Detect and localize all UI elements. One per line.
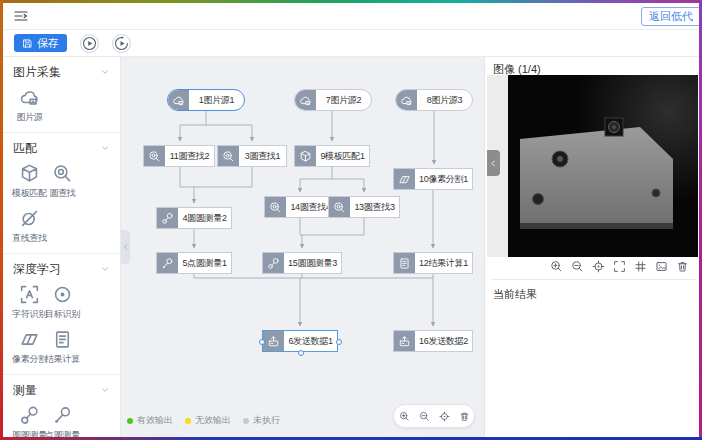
grid-icon[interactable] [634, 260, 647, 273]
flow-node-7[interactable]: 4圆圆测量2 [156, 207, 232, 229]
flow-edge [180, 167, 252, 187]
node-connection-handle[interactable] [336, 339, 342, 345]
trash-icon[interactable] [676, 260, 689, 273]
module-sidebar: 图片采集图片源匹配模板匹配圆查找直线查找深度学习字符识别目标识别像素分割结果计算… [3, 57, 121, 437]
frame-border-left [0, 0, 3, 440]
sidebar-item[interactable]: 图片源 [13, 87, 46, 124]
node-label: 13圆查找3 [350, 197, 399, 217]
zoom-out-icon[interactable] [419, 411, 430, 422]
node-icon-badge [265, 197, 286, 217]
sidebar-item-label: 点圆测量 [45, 429, 80, 437]
sidebar-section-header[interactable]: 测量 [13, 383, 110, 397]
sidebar-section-header[interactable]: 匹配 [13, 141, 110, 155]
sidebar-item[interactable]: 直线查找 [13, 208, 46, 245]
locate-icon[interactable] [592, 260, 605, 273]
target-detect-icon [52, 284, 73, 305]
sidebar-item-label: 直线查找 [12, 232, 47, 245]
node-label: 5点圆测量1 [178, 253, 231, 273]
flow-node-9[interactable]: 13圆查找3 [328, 196, 400, 218]
node-connection-handle[interactable] [259, 339, 265, 345]
sidebar-item[interactable]: 点圆测量 [46, 405, 79, 437]
sidebar-item[interactable]: 结果计算 [46, 329, 79, 366]
circle-find-icon [222, 150, 235, 163]
save-button[interactable]: 保存 [14, 34, 67, 52]
sidebar-item[interactable]: 目标识别 [46, 284, 79, 321]
app-window: 返回低代 保存 图片采集图片源匹配模板匹配圆查找直线查找深度学习字符识别目标识别… [0, 0, 702, 440]
circle-circle-measure-icon [161, 212, 174, 225]
result-calc-icon [52, 329, 73, 350]
canvas-zoom-toolbar [393, 404, 475, 428]
sidebar-item-label: 目标识别 [45, 308, 80, 321]
run-once-button[interactable] [112, 34, 131, 53]
sidebar-section-items: 图片源 [13, 87, 110, 124]
locate-icon[interactable] [439, 411, 450, 422]
top-header: 返回低代 [3, 3, 699, 30]
node-label: 15圆圆测量3 [284, 253, 341, 273]
chevron-left-icon [122, 243, 130, 251]
node-label: 7图片源2 [316, 90, 371, 110]
sidebar-collapse-handle[interactable] [121, 230, 130, 264]
zoom-in-icon[interactable] [550, 260, 563, 273]
flow-edge [194, 274, 433, 278]
flow-node-1[interactable]: 7图片源2 [294, 89, 372, 111]
node-icon-badge [394, 331, 415, 351]
template-match-icon [299, 150, 312, 163]
legend-dot [185, 418, 191, 424]
sidebar-item-label: 字符识别 [12, 308, 47, 321]
sidebar-item[interactable]: 字符识别 [13, 284, 46, 321]
node-connection-handle[interactable] [298, 350, 304, 356]
export-image-icon[interactable] [655, 260, 668, 273]
back-to-lowcode-button[interactable]: 返回低代 [641, 7, 699, 26]
sidebar-item[interactable]: 圆圆测量 [13, 405, 46, 437]
legend-dot [127, 418, 133, 424]
node-label: 8图片源3 [417, 90, 472, 110]
node-label: 1图片源1 [189, 90, 244, 110]
save-button-label: 保存 [37, 36, 59, 51]
legend-item: 未执行 [243, 414, 280, 427]
sidebar-section-3: 测量圆圆测量点圆测量点点测量 [3, 375, 120, 437]
sidebar-item[interactable]: 圆查找 [46, 163, 79, 200]
image-source-icon [172, 94, 185, 107]
zoom-out-icon[interactable] [571, 260, 584, 273]
flow-node-11[interactable]: 15圆圆测量3 [262, 252, 342, 274]
sidebar-section-header[interactable]: 深度学习 [13, 262, 110, 276]
image-viewer [487, 75, 698, 257]
flow-node-4[interactable]: 3圆查找1 [217, 145, 287, 167]
flow-node-6[interactable]: 10像素分割1 [393, 168, 473, 190]
flow-edge [180, 111, 252, 125]
chevron-down-icon [100, 264, 110, 274]
flow-edge [300, 167, 364, 179]
node-label: 3圆查找1 [239, 146, 286, 166]
node-label: 12结果计算1 [415, 253, 472, 273]
flow-node-8[interactable]: 14圆查找4 [264, 196, 336, 218]
fullscreen-icon[interactable] [613, 260, 626, 273]
trash-icon[interactable] [459, 411, 470, 422]
sidebar-item[interactable]: 模板匹配 [13, 163, 46, 200]
flow-node-5[interactable]: 9模板匹配1 [294, 145, 370, 167]
chevron-left-icon [489, 159, 498, 168]
play-icon [82, 36, 97, 51]
inspection-image[interactable] [508, 75, 698, 257]
image-source-icon [19, 87, 40, 108]
node-icon-badge [295, 146, 316, 166]
circle-find-icon [148, 150, 161, 163]
sidebar-item-label: 模板匹配 [12, 187, 47, 200]
flow-node-12[interactable]: 12结果计算1 [393, 252, 473, 274]
sidebar-item[interactable]: 像素分割 [13, 329, 46, 366]
flow-node-3[interactable]: 11圆查找2 [143, 145, 215, 167]
result-calc-icon [398, 257, 411, 270]
zoom-in-icon[interactable] [399, 411, 410, 422]
chevron-down-icon [100, 67, 110, 77]
flow-edge [300, 218, 364, 235]
sidebar-section-header[interactable]: 图片采集 [13, 65, 110, 79]
flow-node-14[interactable]: 16发送数据2 [393, 330, 473, 352]
flow-node-2[interactable]: 8图片源3 [395, 89, 473, 111]
node-icon-badge [329, 197, 350, 217]
flow-node-13[interactable]: 6发送数据1 [262, 330, 338, 352]
run-button[interactable] [80, 34, 99, 53]
flow-node-10[interactable]: 5点圆测量1 [156, 252, 232, 274]
menu-fold-icon[interactable] [13, 8, 29, 24]
previous-image-button[interactable] [487, 150, 500, 176]
node-icon-badge [295, 90, 316, 110]
flow-node-0[interactable]: 1图片源1 [167, 89, 245, 111]
